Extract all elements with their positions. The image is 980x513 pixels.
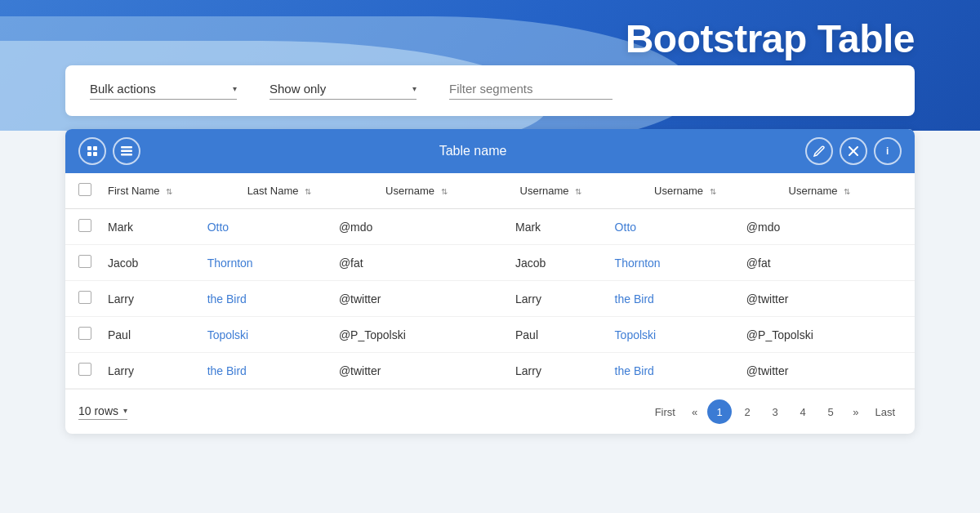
row-checkbox-cell <box>65 209 100 245</box>
row-2-col-4: the Bird <box>607 281 738 317</box>
row-3-checkbox[interactable] <box>78 327 91 340</box>
col-first-name[interactable]: First Name ⇅ <box>100 173 239 209</box>
select-all-header[interactable] <box>65 173 100 209</box>
svg-text:i: i <box>886 145 889 157</box>
table-row: JacobThornton@fatJacobThornton@fat <box>65 245 915 281</box>
show-only-select[interactable]: Show only ▾ <box>270 82 416 100</box>
svg-rect-4 <box>121 146 132 149</box>
col-username-1[interactable]: Username ⇅ <box>377 173 511 209</box>
main-content: Bulk actions ▾ Show only ▾ <box>65 65 915 488</box>
filter-segments-input[interactable] <box>449 82 612 100</box>
row-0-col-5: @mdo <box>738 209 915 245</box>
svg-rect-6 <box>121 154 132 156</box>
row-2-col-5: @twitter <box>738 281 915 317</box>
page-5-button[interactable]: 5 <box>818 399 843 424</box>
bulk-actions-select[interactable]: Bulk actions ▾ <box>90 82 237 100</box>
filter-bar: Bulk actions ▾ Show only ▾ <box>65 65 915 116</box>
table-scroll: MarkOtto@mdoMarkOtto@mdoJacobThornton@fa… <box>65 209 915 389</box>
row-3-col-0: Paul <box>100 317 199 353</box>
last-page-button[interactable]: Last <box>868 403 902 422</box>
page-1-button[interactable]: 1 <box>707 399 732 424</box>
bulk-actions-label: Bulk actions <box>90 82 156 96</box>
row-checkbox-cell <box>65 245 100 281</box>
data-table: First Name ⇅ Last Name ⇅ Username ⇅ User… <box>65 173 915 209</box>
row-3-col-3: Paul <box>507 317 607 353</box>
close-icon-button[interactable] <box>840 137 867 165</box>
grid-icon-button[interactable] <box>78 137 106 165</box>
svg-rect-5 <box>121 150 132 153</box>
table-row: Larrythe Bird@twitterLarrythe Bird@twitt… <box>65 353 915 389</box>
row-2-col-1: the Bird <box>199 281 331 317</box>
table-row: PaulTopolski@P_TopolskiPaulTopolski@P_To… <box>65 317 915 353</box>
rows-per-page-select[interactable]: 10 rows ▾ <box>78 404 127 420</box>
svg-rect-0 <box>87 146 91 150</box>
page-2-button[interactable]: 2 <box>735 399 760 424</box>
edit-icon-button[interactable] <box>805 137 833 165</box>
show-only-label: Show only <box>270 82 326 96</box>
row-1-col-2: @fat <box>331 245 507 281</box>
sort-last-name-icon: ⇅ <box>305 187 311 196</box>
data-table-body: MarkOtto@mdoMarkOtto@mdoJacobThornton@fa… <box>65 209 915 389</box>
row-2-col-2: @twitter <box>331 281 507 317</box>
select-all-checkbox[interactable] <box>78 183 91 196</box>
row-4-col-3: Larry <box>507 353 607 389</box>
col-username-4[interactable]: Username ⇅ <box>781 173 915 209</box>
table-header-row: First Name ⇅ Last Name ⇅ Username ⇅ User… <box>65 173 915 209</box>
table-icons-left <box>78 137 140 165</box>
page-3-button[interactable]: 3 <box>763 399 787 424</box>
table-head: First Name ⇅ Last Name ⇅ Username ⇅ User… <box>65 173 915 209</box>
row-0-checkbox[interactable] <box>78 219 91 232</box>
table-title: Table name <box>140 144 805 158</box>
row-3-col-2: @P_Topolski <box>331 317 507 353</box>
table-row: Larrythe Bird@twitterLarrythe Bird@twitt… <box>65 281 915 317</box>
next-page-button[interactable]: » <box>846 403 865 422</box>
row-0-col-2: @mdo <box>331 209 507 245</box>
table-icons-right: i <box>805 137 902 165</box>
row-4-col-1: the Bird <box>199 353 331 389</box>
row-1-col-4: Thornton <box>607 245 738 281</box>
col-username-2[interactable]: Username ⇅ <box>512 173 646 209</box>
row-4-col-0: Larry <box>100 353 199 389</box>
info-icon-button[interactable]: i <box>874 137 902 165</box>
pagination: First « 1 2 3 4 5 » Last <box>648 399 902 424</box>
show-only-arrow: ▾ <box>412 84 416 93</box>
row-4-checkbox[interactable] <box>78 363 91 376</box>
sort-username3-icon: ⇅ <box>710 187 716 196</box>
bulk-actions-filter: Bulk actions ▾ <box>90 82 237 100</box>
svg-rect-3 <box>93 152 97 156</box>
first-page-button[interactable]: First <box>648 403 682 422</box>
row-0-col-1: Otto <box>199 209 331 245</box>
row-checkbox-cell <box>65 353 100 389</box>
rows-per-page-label: 10 rows <box>78 404 118 417</box>
show-only-filter: Show only ▾ <box>270 82 416 100</box>
col-username-3[interactable]: Username ⇅ <box>646 173 780 209</box>
row-0-col-0: Mark <box>100 209 199 245</box>
col-last-name[interactable]: Last Name ⇅ <box>239 173 377 209</box>
row-1-col-0: Jacob <box>100 245 199 281</box>
row-4-col-5: @twitter <box>738 353 915 389</box>
row-3-col-5: @P_Topolski <box>738 317 915 353</box>
app-title: Bootstrap Table <box>626 16 915 61</box>
filter-segments-filter <box>449 82 612 100</box>
sort-first-name-icon: ⇅ <box>166 187 172 196</box>
table-row: MarkOtto@mdoMarkOtto@mdo <box>65 209 915 245</box>
row-4-col-2: @twitter <box>331 353 507 389</box>
pagination-bar: 10 rows ▾ First « 1 2 3 4 5 » Last <box>65 389 915 434</box>
table-container: Table name i <box>65 129 915 434</box>
row-1-col-5: @fat <box>738 245 915 281</box>
row-1-checkbox[interactable] <box>78 255 91 268</box>
row-0-col-4: Otto <box>607 209 738 245</box>
list-icon-button[interactable] <box>113 137 140 165</box>
row-2-col-0: Larry <box>100 281 199 317</box>
row-3-col-4: Topolski <box>607 317 738 353</box>
sort-username2-icon: ⇅ <box>575 187 581 196</box>
page-4-button[interactable]: 4 <box>791 399 815 424</box>
prev-page-button[interactable]: « <box>685 403 704 422</box>
row-2-checkbox[interactable] <box>78 291 91 304</box>
table-body: MarkOtto@mdoMarkOtto@mdoJacobThornton@fa… <box>65 209 915 389</box>
svg-rect-1 <box>93 146 97 150</box>
bulk-actions-arrow: ▾ <box>233 84 237 93</box>
row-2-col-3: Larry <box>507 281 607 317</box>
row-4-col-4: the Bird <box>607 353 738 389</box>
row-3-col-1: Topolski <box>199 317 331 353</box>
